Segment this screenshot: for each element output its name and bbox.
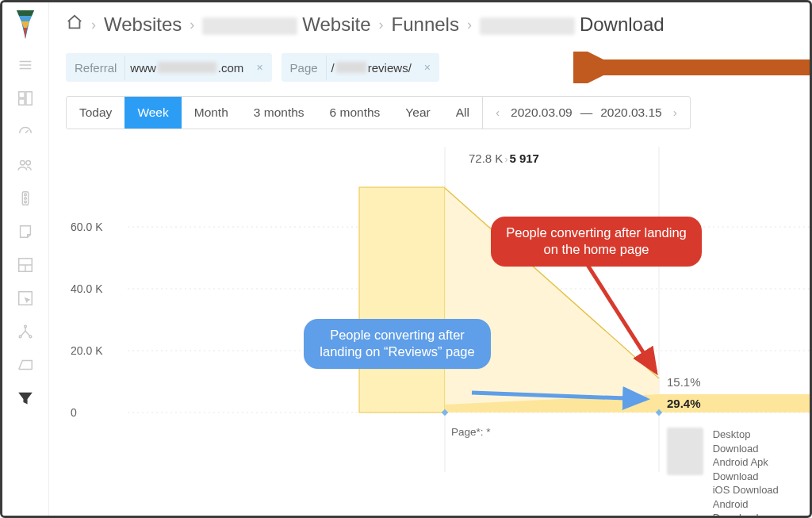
filter-key: Page <box>282 56 326 80</box>
funnel-chart: 0 20.0 K 40.0 K 60.0 K 72.8 K›5 917 15.1… <box>66 147 792 472</box>
close-icon[interactable]: × <box>251 61 270 74</box>
svg-point-6 <box>25 194 27 196</box>
svg-rect-2 <box>19 99 25 105</box>
filter-value: /reviews/ <box>326 56 419 80</box>
funnel-header-numbers: 72.8 K›5 917 <box>469 152 539 165</box>
chevron-right-icon: › <box>91 17 96 33</box>
time-week[interactable]: Week <box>124 97 181 129</box>
traffic-light-icon[interactable] <box>10 186 41 210</box>
prev-range-icon[interactable]: ‹ <box>492 106 503 120</box>
downloads-list: Desktop Download Android Apk Download iO… <box>667 428 792 518</box>
svg-point-3 <box>21 161 25 166</box>
time-month[interactable]: Month <box>182 97 241 129</box>
annotation-blue: People converting after landing on “Revi… <box>304 319 491 369</box>
download-thumb <box>667 428 703 475</box>
download-item: iOS Download <box>713 483 792 497</box>
y-tick-0: 0 <box>71 406 77 419</box>
chevron-right-icon: › <box>467 17 472 33</box>
svg-point-8 <box>25 201 27 203</box>
sidebar <box>2 2 49 516</box>
next-range-icon[interactable]: › <box>670 106 680 120</box>
svg-line-27 <box>586 263 656 372</box>
y-tick-40k: 40.0 K <box>71 282 102 295</box>
note-icon[interactable] <box>10 220 41 244</box>
time-range-bar: Today Week Month 3 months 6 months Year … <box>66 96 691 129</box>
download-item: Android Download <box>713 497 792 518</box>
filter-chip-referral[interactable]: Referral www.com × <box>66 53 272 82</box>
svg-rect-21 <box>359 187 445 412</box>
home-icon[interactable] <box>66 13 83 36</box>
time-all[interactable]: All <box>443 97 482 129</box>
funnel-chart-icon[interactable] <box>10 353 41 377</box>
breadcrumb-download: Download <box>480 13 665 36</box>
step-label: Page*: * <box>451 426 491 438</box>
time-6months[interactable]: 6 months <box>317 97 393 129</box>
chevron-right-icon: › <box>190 17 194 33</box>
inspect-icon[interactable] <box>10 286 41 310</box>
annotation-arrow-orange-icon <box>573 52 811 86</box>
svg-rect-0 <box>19 92 25 98</box>
filter-chip-page[interactable]: Page /reviews/ × <box>282 53 439 82</box>
time-3months[interactable]: 3 months <box>241 97 317 129</box>
chevron-right-icon: › <box>379 17 384 33</box>
close-icon[interactable]: × <box>419 61 439 74</box>
date-from[interactable]: 2020.03.09 <box>511 106 573 120</box>
date-range: ‹ 2020.03.09 — 2020.03.15 › <box>482 97 690 129</box>
filter-key: Referral <box>67 56 124 80</box>
conversion-reviews: 29.4% <box>667 397 701 410</box>
download-item: Android Apk Download <box>713 455 792 483</box>
gauge-icon[interactable] <box>10 120 41 144</box>
filter-icon[interactable] <box>10 386 41 410</box>
breadcrumb-funnels[interactable]: Funnels <box>392 13 459 36</box>
y-tick-20k: 20.0 K <box>71 344 102 357</box>
time-year[interactable]: Year <box>393 97 442 129</box>
svg-point-4 <box>26 161 30 166</box>
y-tick-60k: 60.0 K <box>71 221 102 233</box>
filter-value: www.com <box>124 56 251 80</box>
svg-line-28 <box>472 393 646 399</box>
breadcrumb-website[interactable]: Website <box>202 13 370 36</box>
menu-icon[interactable] <box>10 53 41 77</box>
funnel-chart-svg <box>66 147 811 472</box>
breadcrumb-websites[interactable]: Websites <box>104 13 182 36</box>
svg-rect-1 <box>26 92 32 106</box>
app-logo-icon <box>13 7 37 42</box>
breadcrumb: › Websites › Website › Funnels › Downloa… <box>66 13 792 36</box>
date-to[interactable]: 2020.03.15 <box>600 106 662 120</box>
dashboard-icon[interactable] <box>10 86 41 110</box>
path-icon[interactable] <box>10 320 41 343</box>
download-item: Desktop Download <box>713 428 792 455</box>
filter-bar: Referral www.com × Page /reviews/ × <box>66 53 792 82</box>
time-today[interactable]: Today <box>67 97 124 129</box>
date-dash: — <box>580 106 593 120</box>
users-icon[interactable] <box>10 153 41 177</box>
layout-icon[interactable] <box>10 253 41 277</box>
svg-point-7 <box>25 198 27 200</box>
